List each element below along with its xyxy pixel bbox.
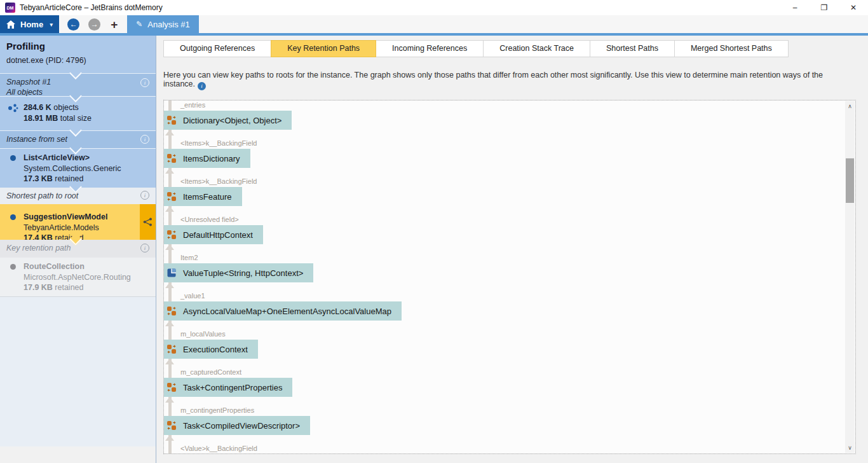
object-count-suffix: objects [51, 103, 79, 112]
chevron-down-icon[interactable]: ▾ [50, 21, 53, 28]
edge-segment: _value1 [164, 282, 845, 301]
minimize-button[interactable]: – [780, 0, 810, 15]
edge-segment: m_capturedContext [164, 359, 845, 378]
objects-summary[interactable]: 284.6 K objects 18.91 MB total size [0, 96, 156, 130]
sidebar-empty-area [0, 297, 156, 446]
tab-key-retention-paths[interactable]: Key Retention Paths [271, 40, 376, 57]
graph-node-itemsfeature[interactable]: ItemsFeature [164, 187, 242, 206]
tab-incoming-references[interactable]: Incoming References [376, 40, 484, 57]
edge-field-label: <Value>k__BackingField [180, 445, 257, 452]
analysis-tab[interactable]: ✎ Analysis #1 [127, 15, 199, 33]
window-title: TebyanArticleCore – JetBrains dotMemory [20, 3, 163, 12]
process-name: dotnet.exe (PID: 4796) [6, 56, 149, 65]
title-bar: DM TebyanArticleCore – JetBrains dotMemo… [0, 0, 868, 15]
total-size-suffix: total size [58, 114, 92, 123]
main-toolbar: Home ▾ ← → + ✎ Analysis #1 [0, 15, 868, 33]
scrollbar-thumb[interactable] [846, 158, 854, 203]
instance-from-set-label: Instance from set [6, 135, 149, 144]
edge-segment: <Value>k__BackingField [164, 435, 845, 454]
retention-graph: _entries Dictionary<Object, Object> <Ite… [164, 100, 845, 454]
arrow-up-icon [165, 244, 174, 250]
class-instance-icon [166, 306, 177, 316]
info-icon[interactable]: i [140, 191, 149, 200]
graph-node-itemsdictionary[interactable]: ItemsDictionary [164, 149, 250, 168]
class-instance-icon [166, 420, 177, 431]
view-tabs: Outgoing References Key Retention Paths … [163, 40, 856, 57]
graph-scrollbar[interactable]: ∧ ∨ [845, 101, 855, 453]
key-retention-label: Key retention path [6, 244, 149, 252]
graph-node-defaulthttpcontext[interactable]: DefaultHttpContext [164, 225, 263, 244]
info-icon[interactable]: i [198, 82, 206, 90]
forward-button[interactable]: → [88, 18, 100, 31]
description-text: Here you can view key paths to roots for… [163, 71, 823, 88]
tab-creation-stack-trace[interactable]: Creation Stack Trace [483, 40, 590, 57]
shortest-path-item-selected[interactable]: SuggestionViewModel TebyanArticle.Models… [0, 204, 156, 240]
node-label: Task+ContingentProperties [183, 383, 282, 392]
route-retained-size: 17.9 KB [24, 283, 53, 292]
instance-retained-line: 17.3 KB retained [24, 174, 121, 184]
info-icon[interactable]: i [140, 135, 149, 144]
graph-node-asynclocalvaluemap[interactable]: AsyncLocalValueMap+OneElementAsyncLocalV… [164, 301, 402, 321]
instance-namespace: System.Collections.Generic [24, 163, 121, 174]
arrow-up-icon [165, 206, 174, 212]
arrow-up-icon [165, 321, 174, 326]
restore-button[interactable]: ❐ [810, 0, 839, 15]
tab-merged-shortest-paths[interactable]: Merged Shortest Paths [674, 40, 789, 57]
view-description: Here you can view key paths to roots for… [163, 71, 856, 90]
arrow-up-icon [165, 359, 174, 364]
node-label: ItemsDictionary [183, 154, 240, 163]
instance-list-item[interactable]: List<ArticleView> System.Collections.Gen… [0, 148, 156, 188]
class-instance-icon [166, 153, 177, 163]
back-button[interactable]: ← [67, 18, 79, 31]
node-label: Task<CompiledViewDescriptor> [183, 421, 300, 431]
route-retained-suffix: retained [53, 283, 84, 292]
objects-set-icon [8, 104, 18, 130]
node-label: ExecutionContext [183, 345, 248, 354]
snapshot-label: Snapshot #1 [6, 78, 149, 86]
instance-retained-size: 17.3 KB [24, 174, 53, 183]
graph-node-task-compiledviewdescriptor[interactable]: Task<CompiledViewDescriptor> [164, 416, 310, 435]
edge-field-label: <Unresolved field> [180, 216, 239, 223]
graph-node-dictionary[interactable]: Dictionary<Object, Object> [164, 111, 292, 130]
instance-bullet-icon [10, 214, 16, 220]
edge-segment: _entries [164, 100, 845, 111]
home-label: Home [20, 20, 43, 29]
share-graph-icon [143, 217, 153, 227]
home-button[interactable]: Home ▾ [0, 15, 59, 33]
graph-node-valuetuple[interactable]: ValueTuple<String, HttpContext> [164, 263, 313, 282]
key-retention-item[interactable]: RouteCollection Microsoft.AspNetCore.Rou… [0, 258, 156, 297]
class-instance-icon [166, 344, 177, 354]
edge-field-label: m_capturedContext [180, 368, 241, 376]
edge-segment: <Items>k__BackingField [164, 168, 845, 187]
graph-node-task-contingentproperties[interactable]: Task+ContingentProperties [164, 378, 292, 397]
add-tab-button[interactable]: + [111, 18, 118, 31]
info-icon[interactable]: i [140, 78, 149, 87]
tab-shortest-paths[interactable]: Shortest Paths [590, 40, 675, 57]
class-instance-icon [166, 382, 177, 392]
shortest-path-type-name: SuggestionViewModel [24, 212, 107, 223]
window-controls: – ❐ ✕ [780, 0, 868, 15]
scroll-up-button[interactable]: ∧ [845, 101, 855, 111]
edge-field-label: m_contingentProperties [180, 406, 254, 414]
arrow-up-icon [165, 130, 174, 135]
arrow-up-icon [165, 435, 174, 441]
class-instance-icon [166, 230, 177, 240]
main-panel: Outgoing References Key Retention Paths … [156, 36, 868, 463]
edge-field-label: <Items>k__BackingField [180, 139, 257, 147]
route-type-name: RouteCollection [24, 261, 131, 272]
object-count-line: 284.6 K objects [24, 102, 92, 113]
edge-segment: Item2 [164, 244, 845, 263]
edge-segment: <Unresolved field> [164, 206, 845, 225]
open-paths-button[interactable] [140, 204, 156, 240]
profiling-header-section: Profiling dotnet.exe (PID: 4796) [0, 36, 156, 73]
graph-node-executioncontext[interactable]: ExecutionContext [164, 340, 258, 359]
close-button[interactable]: ✕ [839, 0, 868, 15]
instance-bullet-icon [10, 155, 16, 161]
info-icon[interactable]: i [140, 244, 149, 252]
tab-outgoing-references[interactable]: Outgoing References [163, 40, 271, 57]
node-label: ItemsFeature [183, 192, 232, 202]
nav-buttons: ← → + [59, 15, 127, 33]
node-label: ValueTuple<String, HttpContext> [183, 268, 303, 278]
scroll-down-button[interactable]: ∨ [845, 443, 855, 453]
class-instance-icon [166, 115, 177, 125]
